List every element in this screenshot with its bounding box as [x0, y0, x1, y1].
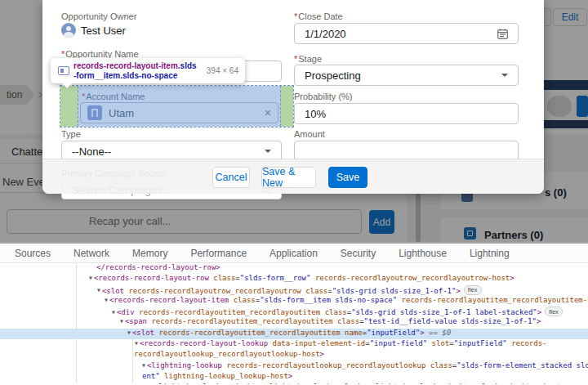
amount-label: Amount: [294, 129, 325, 139]
tooltip-tail: [62, 83, 72, 88]
dom-tree-row[interactable]: ▼<records-record-layout-lookup data-inpu…: [0, 339, 588, 350]
devtools-tab-lighthouse[interactable]: Lighthouse: [390, 248, 455, 259]
expand-arrow-icon[interactable]: ▼: [120, 318, 123, 325]
devtools-tab-security[interactable]: Security: [332, 248, 384, 259]
dom-tree-row-selected[interactable]: ▼<slot records-recordlayoutitem_recordla…: [0, 329, 588, 339]
close-date-label: *Close Date: [294, 11, 343, 21]
save-button[interactable]: Save: [328, 167, 368, 188]
devtools-panel: SourcesNetworkMemoryPerformanceApplicati…: [0, 242, 588, 385]
dom-tree-row[interactable]: ▼<slot records-recordlayoutrow_recordlay…: [0, 285, 588, 296]
inspect-tooltip-selector: records-record-layout-item.slds -form__i…: [74, 61, 197, 80]
dom-tree-row[interactable]: </records-record-layout-row>: [0, 263, 588, 274]
expand-arrow-icon[interactable]: ▼: [89, 275, 92, 281]
chevron-down-icon: [501, 74, 508, 77]
cancel-button[interactable]: Cancel: [212, 167, 250, 188]
account-name-lookup-input[interactable]: Utam ×: [80, 102, 278, 123]
devtools-tab-network[interactable]: Network: [65, 248, 118, 259]
opportunity-owner-value: Test User: [61, 23, 126, 38]
probability-input[interactable]: 10%: [294, 103, 519, 124]
new-opportunity-modal: Opportunity Owner Test User *Close Date …: [42, 0, 544, 194]
expand-arrow-icon[interactable]: ▼: [135, 340, 138, 347]
devtools-tree: </records-record-layout-row>▼<records-re…: [0, 263, 588, 384]
chevron-down-icon: [265, 150, 271, 153]
devtools-tab-performance[interactable]: Performance: [182, 248, 255, 259]
opportunity-owner-label: Opportunity Owner: [61, 11, 136, 21]
dom-tree-row[interactable]: ent" lightning-lookup_lookup-host>: [0, 372, 588, 383]
devtools-tabbar: SourcesNetworkMemoryPerformanceApplicati…: [0, 244, 588, 263]
close-date-input[interactable]: 1/1/2020: [294, 23, 519, 44]
inspect-tooltip-dimensions: 394 × 64: [207, 66, 238, 75]
expand-arrow-icon[interactable]: ▼: [105, 297, 108, 303]
dom-tree-row[interactable]: ▼<div records-recordlayoutitem_recordlay…: [0, 307, 588, 317]
screenshot-root: tion › Edit Chatter New Even Recap your …: [0, 0, 588, 385]
probability-label: Probability (%): [294, 92, 353, 101]
account-lookup-icon: [87, 105, 102, 120]
expand-arrow-icon[interactable]: ▼: [127, 329, 131, 336]
dom-tree-row[interactable]: ▼<records-record-layout-item class="slds…: [0, 296, 588, 307]
element-icon: [58, 66, 69, 75]
devtools-tab-sources[interactable]: Sources: [7, 248, 59, 259]
padding-highlight-left: [60, 86, 78, 127]
inspect-tooltip: records-record-layout-item.slds -form__i…: [51, 58, 245, 83]
dom-tree-row[interactable]: ▼<records-record-layout-row class="slds-…: [0, 274, 588, 284]
clear-icon[interactable]: ×: [265, 106, 271, 119]
padding-highlight-right: [280, 86, 293, 127]
dom-tree-row[interactable]: ▼<span records-recordlayoutitem_recordla…: [0, 317, 588, 328]
expand-arrow-icon[interactable]: ▼: [97, 287, 100, 293]
calendar-icon[interactable]: [497, 29, 508, 39]
type-label: Type: [61, 129, 81, 139]
flex-badge[interactable]: flex: [545, 307, 563, 316]
indent-guide: [76, 263, 77, 383]
modal-footer: Cancel Save & New Save: [42, 159, 544, 194]
dom-tree-row[interactable]: ▼<lightning-lookup-desktop lightning-loo…: [0, 383, 588, 384]
devtools-tab-memory[interactable]: Memory: [124, 248, 176, 259]
account-name-field-highlighted: *Account Name Utam ×: [60, 85, 294, 128]
expand-arrow-icon[interactable]: ▼: [142, 362, 145, 369]
stage-label: *Stage: [294, 54, 322, 64]
expand-arrow-icon[interactable]: ▼: [112, 309, 115, 316]
user-avatar: [61, 23, 76, 38]
devtools-tab-lightning[interactable]: Lightning: [461, 248, 518, 259]
account-name-label: *Account Name: [82, 92, 145, 101]
expand-arrow-icon[interactable]: ▼: [149, 383, 153, 384]
dom-tree-row[interactable]: ▼<lightning-lookup records-recordlayoutl…: [0, 361, 588, 372]
indent-guide: [132, 335, 133, 383]
flex-badge[interactable]: flex: [464, 285, 482, 295]
dom-tree-row[interactable]: recordlayoutlookup_recordlayoutlookup-ho…: [0, 350, 588, 360]
devtools-tab-application[interactable]: Application: [261, 248, 326, 259]
save-and-new-button[interactable]: Save & New: [261, 167, 316, 188]
stage-select[interactable]: Prospecting: [294, 65, 519, 86]
